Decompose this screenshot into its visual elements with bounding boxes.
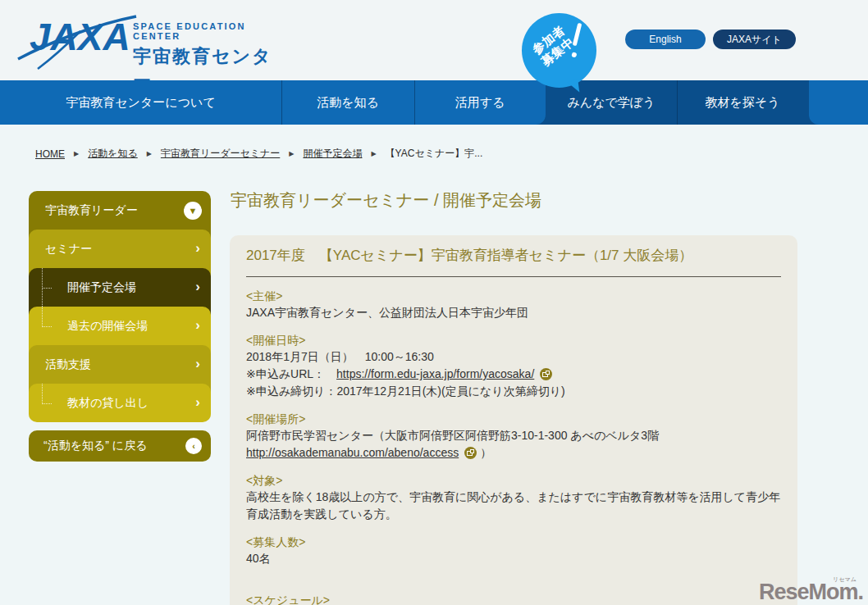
back-to-know-activities-button[interactable]: “活動を知る” に戻る ‹: [29, 430, 211, 462]
sidebar: 宇宙教育リーダー ▼ セミナー › 開催予定会場 › 過去の開催会場 › 活動支…: [29, 191, 211, 462]
external-link-icon[interactable]: [540, 368, 552, 380]
nav-divider: [677, 80, 678, 125]
chevron-right-icon: ›: [195, 395, 200, 409]
chevron-right-icon: ›: [195, 241, 200, 255]
english-button[interactable]: English: [625, 30, 706, 49]
logo-tagline-en: SPACE EDUCATION CENTER: [133, 21, 274, 41]
breadcrumb-know-activities[interactable]: 活動を知る: [88, 147, 138, 161]
breadcrumb-planned-venues[interactable]: 開催予定会場: [303, 147, 362, 161]
venue-label: <開催場所>: [246, 411, 781, 427]
seminar-detail-card: 2017年度 【YACセミナー】宇宙教育指導者セミナー（1/7 大阪会場） <主…: [230, 235, 797, 605]
venue-address: 阿倍野市民学習センター（大阪市阿倍野区阿倍野筋3-10-1-300 あべのベルタ…: [246, 427, 781, 444]
section-venue: <開催場所> 阿倍野市民学習センター（大阪市阿倍野区阿倍野筋3-10-1-300…: [246, 411, 781, 462]
breadcrumb-current: 【YACセミナー】宇...: [386, 147, 483, 161]
schedule-label: <スケジュール>: [246, 592, 781, 605]
breadcrumb-leader-seminar[interactable]: 宇宙教育リーダーセミナー: [161, 147, 280, 161]
nav-item-utilize[interactable]: 活用する: [414, 80, 546, 125]
nav-item-know-activities[interactable]: 活動を知る: [281, 80, 414, 125]
section-datetime: <開催日時> 2018年1月7日（日） 10:00～16:30 ※申込みURL：…: [246, 332, 781, 400]
section-schedule: <スケジュール> 時間10:00～16:30: [246, 592, 781, 605]
organizer-text: JAXA宇宙教育センター、公益財団法人日本宇宙少年団: [246, 304, 781, 321]
venue-url-suffix: ）: [480, 446, 491, 459]
breadcrumb-arrow-icon: ▶: [74, 150, 79, 157]
tree-branch-icon: [42, 307, 52, 327]
main-nav: 宇宙教育センターについて 活動を知る 活用する みんなで学ぼう 教材を探そう: [0, 80, 868, 125]
nav-divider: [281, 80, 282, 125]
card-title-divider: [246, 276, 781, 277]
badge-text: 参加者 募集中: [523, 18, 583, 74]
chevron-left-icon: ‹: [185, 438, 202, 454]
chevron-right-icon: ›: [195, 318, 200, 332]
jaxa-site-button[interactable]: JAXAサイト: [713, 30, 796, 49]
datetime-date: 2018年1月7日（日） 10:00～16:30: [246, 348, 781, 366]
organizer-label: <主催>: [246, 288, 781, 304]
nav-item-about[interactable]: 宇宙教育センターについて: [0, 80, 281, 125]
sidebar-item-activity-support[interactable]: 活動支援 ›: [29, 345, 211, 384]
sidebar-item-seminar[interactable]: セミナー ›: [29, 230, 211, 268]
chevron-down-icon: ▼: [184, 202, 202, 220]
page-title: 宇宙教育リーダーセミナー / 開催予定会場: [231, 189, 541, 212]
sidebar-item-space-education-leader[interactable]: 宇宙教育リーダー ▼: [29, 191, 211, 230]
breadcrumb-arrow-icon: ▶: [147, 150, 152, 157]
capacity-text: 40名: [246, 550, 781, 567]
seminar-card-title: 2017年度 【YACセミナー】宇宙教育指導者セミナー（1/7 大阪会場）: [246, 235, 781, 265]
section-target: <対象> 高校生を除く18歳以上の方で、宇宙教育に関心がある、またはすでに宇宙教…: [246, 472, 781, 523]
sidebar-item-material-lending[interactable]: 教材の貸し出し ›: [29, 384, 211, 422]
sidebar-item-planned-venues-active[interactable]: 開催予定会場 ›: [29, 268, 211, 307]
datetime-label: <開催日時>: [246, 332, 781, 348]
application-url-link[interactable]: https://form.edu-jaxa.jp/form/yacosaka/: [336, 367, 534, 380]
logo-jaxa-text: JAXA: [30, 18, 130, 56]
section-capacity: <募集人数> 40名: [246, 534, 781, 567]
section-organizer: <主催> JAXA宇宙教育センター、公益財団法人日本宇宙少年団: [246, 288, 781, 321]
recruiting-badge[interactable]: 参加者 募集中: [522, 13, 596, 88]
application-url-prefix: ※申込みURL：: [246, 367, 336, 380]
nav-divider: [414, 80, 415, 125]
venue-url-line: http://osakademanabu.com/abeno/access）: [246, 444, 781, 462]
sidebar-item-past-venues[interactable]: 過去の開催会場 ›: [29, 307, 211, 345]
breadcrumb-home[interactable]: HOME: [35, 148, 65, 160]
chevron-right-icon: ›: [195, 357, 200, 371]
application-deadline: ※申込み締切り：2017年12月21日(木)(定員になり次第締切り): [246, 383, 781, 400]
tree-branch-icon: [42, 384, 52, 404]
resemom-ruby: リセマム: [833, 576, 857, 582]
venue-url-link[interactable]: http://osakademanabu.com/abeno/access: [246, 446, 459, 459]
jaxa-logo[interactable]: JAXA SPACE EDUCATION CENTER 宇宙教育センター: [28, 10, 274, 75]
breadcrumb-arrow-icon: ▶: [371, 150, 376, 157]
tree-branch-icon: [42, 268, 53, 307]
resemom-watermark: リセマム ReseMom.: [759, 581, 863, 603]
target-text: 高校生を除く18歳以上の方で、宇宙教育に関心がある、またはすでに宇宙教育教材等を…: [246, 489, 781, 523]
chevron-right-icon: ›: [195, 280, 200, 293]
nav-highlight-right: [809, 80, 868, 125]
nav-item-find-materials[interactable]: 教材を探そう: [677, 80, 808, 125]
site-header: JAXA SPACE EDUCATION CENTER 宇宙教育センター Eng…: [0, 0, 868, 80]
capacity-label: <募集人数>: [246, 534, 781, 550]
application-url-line: ※申込みURL： https://form.edu-jaxa.jp/form/y…: [246, 366, 781, 383]
target-label: <対象>: [246, 472, 781, 489]
breadcrumb-arrow-icon: ▶: [289, 150, 294, 157]
breadcrumb: HOME ▶ 活動を知る ▶ 宇宙教育リーダーセミナー ▶ 開催予定会場 ▶ 【…: [35, 147, 482, 161]
resemom-text: ReseMom.: [759, 580, 863, 604]
external-link-icon[interactable]: [464, 447, 477, 459]
